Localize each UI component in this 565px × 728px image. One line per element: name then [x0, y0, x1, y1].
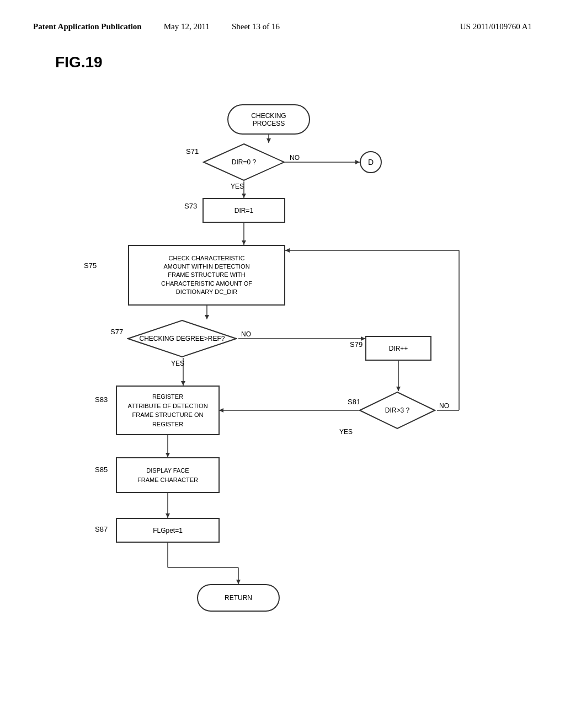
node-s87: FLGpet=1 — [116, 518, 220, 543]
node-s77: CHECKING DEGREE>REF? — [127, 319, 237, 358]
node-s87-text: FLGpet=1 — [153, 527, 183, 534]
label-s71-no: NO — [290, 154, 300, 162]
svg-marker-3 — [242, 194, 246, 198]
node-s85-text: DISPLAY FACEFRAME CHARACTER — [137, 466, 198, 484]
header-date: May 12, 2011 — [164, 22, 210, 31]
node-s81-text: DIR>3 ? — [385, 406, 409, 414]
node-s73-text: DIR=1 — [234, 207, 253, 215]
node-start: CHECKINGPROCESS — [227, 104, 310, 135]
label-s81-yes: YES — [339, 428, 353, 436]
header-sheet: Sheet 13 of 16 — [232, 22, 280, 31]
figure-label: FIG.19 — [55, 53, 565, 71]
node-d-text: D — [368, 158, 374, 167]
svg-marker-7 — [242, 240, 246, 245]
step-s71-label: S71 — [186, 147, 199, 156]
step-s79-label: S79 — [350, 340, 363, 349]
svg-marker-15 — [396, 387, 401, 391]
svg-marker-9 — [205, 315, 209, 319]
node-s73: DIR=1 — [202, 198, 285, 223]
label-s77-no: NO — [241, 330, 251, 338]
node-s83: REGISTERATTRIBUTE OF DETECTIONFRAME STRU… — [116, 386, 220, 435]
label-s71-yes: YES — [231, 183, 244, 190]
page: Patent Application Publication May 12, 2… — [0, 0, 565, 728]
label-s81-no: NO — [439, 402, 449, 410]
node-start-text: CHECKINGPROCESS — [251, 112, 286, 127]
svg-marker-24 — [166, 453, 170, 457]
svg-marker-30 — [236, 580, 241, 584]
node-s75: CHECK CHARACTERISTICAMOUNT WITHIN DETECT… — [128, 245, 285, 306]
step-s85-label: S85 — [95, 465, 108, 474]
header: Patent Application Publication May 12, 2… — [0, 0, 565, 42]
node-s77-text: CHECKING DEGREE>REF? — [139, 335, 225, 342]
svg-marker-26 — [166, 513, 170, 518]
diagram: CHECKINGPROCESS S71 DIR=0 ? NO YES D S73… — [34, 88, 531, 694]
node-s79-text: DIR++ — [389, 345, 408, 352]
step-s75-label: S75 — [84, 261, 97, 270]
node-d: D — [360, 151, 382, 173]
node-s81: DIR>3 ? — [359, 391, 436, 430]
node-s71-text: DIR=0 ? — [232, 158, 256, 166]
step-s77-label: S77 — [110, 328, 123, 336]
svg-marker-22 — [219, 408, 223, 413]
node-return: RETURN — [197, 584, 280, 612]
step-s73-label: S73 — [184, 202, 197, 210]
node-return-text: RETURN — [225, 594, 252, 602]
svg-marker-11 — [181, 381, 185, 386]
svg-marker-5 — [355, 160, 360, 164]
node-s71: DIR=0 ? — [202, 143, 285, 181]
svg-marker-1 — [266, 138, 271, 143]
node-s85: DISPLAY FACEFRAME CHARACTER — [116, 457, 220, 493]
step-s83-label: S83 — [95, 395, 108, 404]
header-title: Patent Application Publication — [33, 22, 142, 31]
svg-marker-19 — [285, 248, 290, 253]
step-s87-label: S87 — [95, 525, 108, 533]
header-patent: US 2011/0109760 A1 — [460, 22, 532, 31]
label-s77-yes: YES — [171, 360, 184, 367]
node-s83-text: REGISTERATTRIBUTE OF DETECTIONFRAME STRU… — [127, 392, 207, 429]
node-s75-text: CHECK CHARACTERISTICAMOUNT WITHIN DETECT… — [161, 254, 252, 297]
node-s79: DIR++ — [365, 336, 431, 361]
